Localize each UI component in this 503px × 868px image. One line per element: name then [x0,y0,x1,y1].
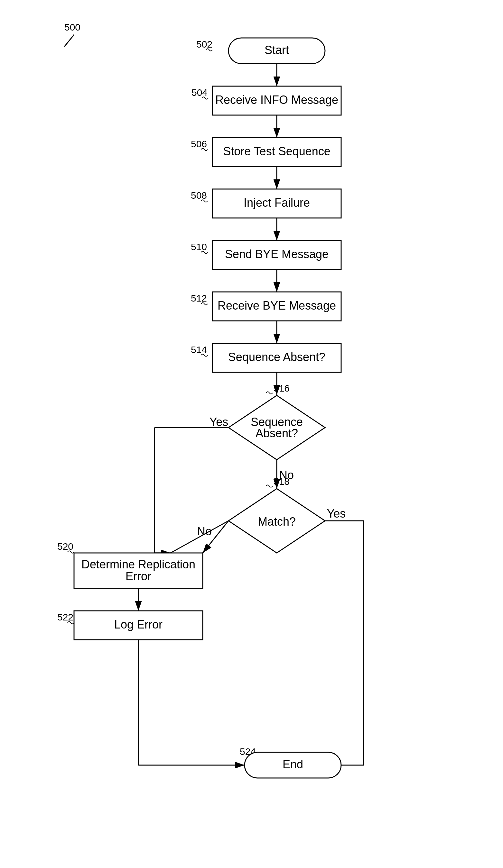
ref-508: 508 [191,190,207,200]
store-test-label: Inject Failure [244,196,310,209]
ref-512: 512 [191,293,207,303]
match-label: Match? [258,515,296,528]
receive-bye-label: Sequence Absent? [228,350,325,364]
end-label: End [283,758,303,771]
svg-line-0 [64,35,74,46]
ref-520: 520 [57,541,73,552]
ref-516: 516 [273,383,290,393]
ref-510: 510 [191,241,207,252]
send-info-label: Receive INFO Message [215,93,338,106]
ref-518: 518 [273,476,290,487]
ref-500: 500 [64,22,80,32]
receive-info-label: Store Test Sequence [223,145,331,158]
ref-522: 522 [57,612,73,622]
sequence-absent-line2: Absent? [255,427,298,440]
determine-rep-error-line2: Error [125,570,151,583]
ref-514: 514 [191,344,207,355]
determine-rep-error-line1: Determine Replication [81,558,195,571]
inject-failure-label: Send BYE Message [225,248,329,261]
start-label: Start [264,43,289,56]
yes-518-label: Yes [327,507,346,520]
no-518-label: No [197,525,212,538]
log-error-label: Log Error [114,618,162,631]
send-bye-label: Receive BYE Message [218,299,336,312]
ref-502: 502 [196,39,212,50]
ref-504: 504 [191,87,208,98]
ref-506: 506 [191,138,207,149]
flowchart-diagram: 500 502 Start 504 Receive INFO Message 5… [0,0,503,868]
yes-516-label: Yes [210,415,229,428]
